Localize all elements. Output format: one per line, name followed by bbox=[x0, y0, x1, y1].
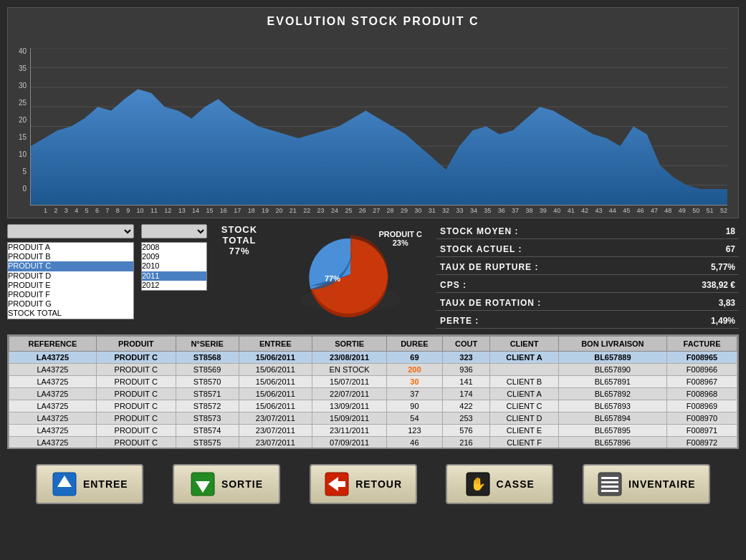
stat-cps: CPS : 338,92 € bbox=[436, 278, 739, 293]
product-dropdown-top[interactable] bbox=[7, 224, 134, 238]
stat-taux-rotation: TAUX DE ROTATION : 3,83 bbox=[436, 296, 739, 311]
retour-button[interactable]: RETOUR bbox=[310, 464, 417, 504]
table-row[interactable]: LA43725PRODUIT CST857215/06/201113/09/20… bbox=[9, 400, 737, 412]
stock-total-value: 77% bbox=[229, 246, 249, 256]
sortie-label: SORTIE bbox=[221, 478, 263, 490]
stock-total-label2: TOTAL bbox=[222, 235, 256, 246]
pie-chart-container: 77% PRODUIT C 23% bbox=[272, 224, 429, 317]
chart-y-axis: 40 35 30 25 20 15 10 5 0 bbox=[19, 48, 27, 206]
year-dropdown-top[interactable] bbox=[141, 224, 207, 238]
taux-rupture-value: 5,77% bbox=[678, 262, 735, 272]
sortie-button[interactable]: SORTIE bbox=[173, 464, 280, 504]
product-option-e[interactable]: PRODUIT E bbox=[8, 281, 133, 290]
sortie-icon bbox=[190, 471, 216, 497]
pie-label: PRODUIT C 23% bbox=[379, 230, 423, 247]
pie-product-label: PRODUIT C bbox=[379, 230, 423, 238]
year-2011[interactable]: 2011 bbox=[142, 271, 206, 281]
chart-svg bbox=[31, 48, 727, 205]
year-2010[interactable]: 2010 bbox=[142, 261, 206, 271]
inventaire-icon bbox=[597, 471, 623, 497]
table-row[interactable]: LA43725PRODUIT CST857323/07/201115/09/20… bbox=[9, 412, 737, 425]
stock-moyen-label: STOCK MOYEN : bbox=[440, 226, 518, 236]
product-option-b[interactable]: PRODUIT B bbox=[8, 252, 133, 261]
taux-rotation-value: 3,83 bbox=[678, 298, 735, 308]
perte-label: PERTE : bbox=[440, 316, 479, 326]
svg-rect-22 bbox=[601, 486, 618, 488]
inventaire-label: INVENTAIRE bbox=[628, 478, 696, 490]
col-entree: ENTREE bbox=[239, 337, 312, 352]
retour-icon bbox=[324, 471, 350, 497]
table-row[interactable]: LA43725PRODUIT CST857115/06/201122/07/20… bbox=[9, 388, 737, 400]
col-bon-livraison: BON LIVRAISON bbox=[558, 337, 666, 352]
table-row[interactable]: LA43725PRODUIT CST856915/06/2011EN STOCK… bbox=[9, 364, 737, 376]
chart-container: EVOLUTION STOCK PRODUIT C 40 35 30 25 20… bbox=[7, 7, 739, 218]
svg-rect-19 bbox=[598, 473, 621, 496]
stock-total-box: STOCK TOTAL 77% bbox=[214, 224, 264, 256]
stat-taux-rupture: TAUX DE RUPTURE : 5,77% bbox=[436, 260, 739, 275]
product-option-f[interactable]: PRODUIT F bbox=[8, 290, 133, 299]
data-table: REFERENCE PRODUIT N°SERIE ENTREE SORTIE … bbox=[9, 336, 737, 449]
stock-actuel-label: STOCK ACTUEL : bbox=[440, 244, 522, 254]
cps-label: CPS : bbox=[440, 280, 467, 290]
svg-rect-23 bbox=[601, 490, 618, 492]
svg-text:✋: ✋ bbox=[469, 476, 486, 492]
stat-stock-moyen: STOCK MOYEN : 18 bbox=[436, 224, 739, 239]
year-2009[interactable]: 2009 bbox=[142, 252, 206, 261]
col-nserie: N°SERIE bbox=[176, 337, 239, 352]
svg-text:77%: 77% bbox=[325, 274, 340, 283]
col-reference: REFERENCE bbox=[9, 337, 97, 352]
stock-actuel-value: 67 bbox=[678, 244, 735, 254]
product-dropdown-container: PRODUIT A PRODUIT B PRODUIT C PRODUIT D … bbox=[7, 224, 134, 319]
chart-x-axis: 1 2 3 4 5 6 7 8 9 10 11 12 13 14 15 16 1… bbox=[19, 206, 727, 214]
product-option-d[interactable]: PRODUIT D bbox=[8, 271, 133, 281]
year-2008[interactable]: 2008 bbox=[142, 243, 206, 252]
table-row[interactable]: LA43725PRODUIT CST857623/07/201125/11/20… bbox=[9, 449, 737, 450]
taux-rotation-label: TAUX DE ROTATION : bbox=[440, 298, 541, 308]
product-option-g[interactable]: PRODUIT G bbox=[8, 299, 133, 309]
stock-moyen-value: 18 bbox=[678, 226, 735, 236]
perte-value: 1,49% bbox=[678, 316, 735, 326]
col-cout: COUT bbox=[442, 337, 490, 352]
inventaire-button[interactable]: INVENTAIRE bbox=[583, 464, 710, 504]
entree-label: ENTREE bbox=[83, 478, 128, 490]
taux-rupture-label: TAUX DE RUPTURE : bbox=[440, 262, 538, 272]
table-body: LA43725PRODUIT CST856815/06/201123/08/20… bbox=[9, 352, 737, 450]
stats-container: STOCK MOYEN : 18 STOCK ACTUEL : 67 TAUX … bbox=[436, 224, 739, 329]
product-list-select[interactable]: PRODUIT A PRODUIT B PRODUIT C PRODUIT D … bbox=[8, 243, 133, 319]
col-produit: PRODUIT bbox=[96, 337, 176, 352]
col-client: CLIENT bbox=[490, 337, 558, 352]
data-table-container: REFERENCE PRODUIT N°SERIE ENTREE SORTIE … bbox=[7, 334, 739, 449]
casse-label: CASSE bbox=[497, 478, 535, 490]
casse-button[interactable]: ✋ CASSE bbox=[446, 464, 553, 504]
product-option-c[interactable]: PRODUIT C bbox=[8, 261, 133, 271]
table-header-row: REFERENCE PRODUIT N°SERIE ENTREE SORTIE … bbox=[9, 337, 737, 352]
product-option-total[interactable]: STOCK TOTAL bbox=[8, 309, 133, 318]
table-row[interactable]: LA43725PRODUIT CST857523/07/201107/09/20… bbox=[9, 437, 737, 449]
main-container: EVOLUTION STOCK PRODUIT C 40 35 30 25 20… bbox=[0, 0, 746, 517]
stat-stock-actuel: STOCK ACTUEL : 67 bbox=[436, 242, 739, 257]
year-2012[interactable]: 2012 bbox=[142, 281, 206, 290]
pie-pct-label: 23% bbox=[393, 238, 408, 247]
svg-rect-21 bbox=[601, 481, 618, 483]
col-facture: FACTURE bbox=[667, 337, 737, 352]
col-sortie: SORTIE bbox=[312, 337, 387, 352]
col-duree: DUREE bbox=[387, 337, 443, 352]
chart-title: EVOLUTION STOCK PRODUIT C bbox=[19, 15, 727, 28]
chart-area: 40 35 30 25 20 15 10 5 0 bbox=[19, 34, 727, 206]
year-dropdown-container: 2008 2009 2010 2011 2012 bbox=[141, 224, 207, 291]
table-row[interactable]: LA43725PRODUIT CST857423/07/201123/11/20… bbox=[9, 425, 737, 437]
product-list: PRODUIT A PRODUIT B PRODUIT C PRODUIT D … bbox=[7, 242, 134, 319]
year-list: 2008 2009 2010 2011 2012 bbox=[141, 242, 207, 291]
table-row[interactable]: LA43725PRODUIT CST856815/06/201123/08/20… bbox=[9, 352, 737, 364]
table-row[interactable]: LA43725PRODUIT CST857015/06/201115/07/20… bbox=[9, 376, 737, 388]
entree-icon bbox=[52, 471, 77, 497]
year-list-select[interactable]: 2008 2009 2010 2011 2012 bbox=[142, 243, 206, 290]
svg-marker-8 bbox=[31, 89, 727, 205]
svg-rect-20 bbox=[601, 477, 618, 479]
product-option-a[interactable]: PRODUIT A bbox=[8, 243, 133, 252]
stock-total-label: STOCK bbox=[221, 224, 257, 235]
middle-section: PRODUIT A PRODUIT B PRODUIT C PRODUIT D … bbox=[7, 224, 739, 329]
entree-button[interactable]: ENTREE bbox=[36, 464, 143, 504]
casse-icon: ✋ bbox=[465, 471, 491, 497]
cps-value: 338,92 € bbox=[678, 280, 735, 290]
